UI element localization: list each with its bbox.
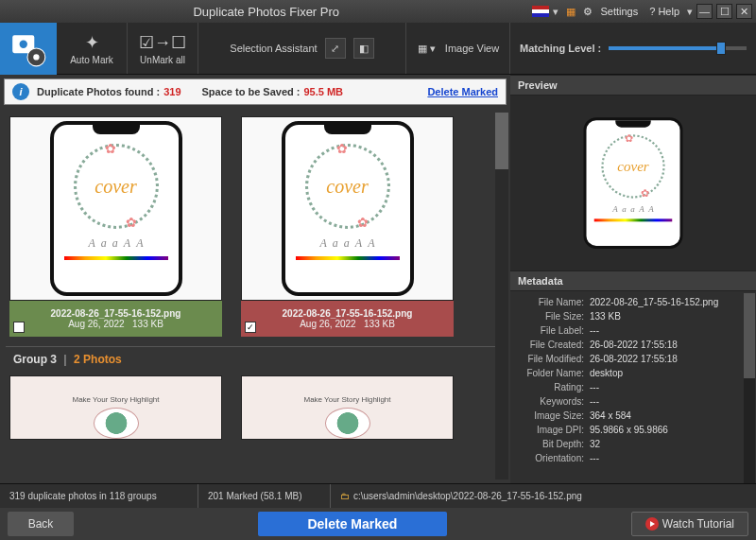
metadata-row: File Label:--- [514, 323, 748, 338]
metadata-list: File Name:2022-08-26_17-55-16-152.pngFil… [510, 291, 756, 483]
info-icon: i [12, 83, 29, 100]
photo-meta: Aug 26, 2022 133 KB [68, 319, 163, 329]
phone-mockup: cover AaaAA [50, 121, 182, 296]
space-value: 95.5 MB [303, 86, 343, 97]
matching-label: Matching Level : [520, 43, 601, 54]
metadata-row: Rating:--- [514, 380, 748, 394]
group-count: 2 Photos [74, 353, 122, 366]
preview-area: cover AaaAA [510, 96, 756, 270]
wreath-graphic: cover [601, 134, 665, 199]
metadata-value: 32 [590, 439, 600, 449]
space-label: Space to be Saved : [202, 86, 301, 97]
selection-label: Selection Assistant [230, 43, 317, 54]
image-view-button[interactable]: ▦ ▾ [417, 38, 438, 59]
status-marked: 201 Marked (58.1 MB) [198, 484, 331, 508]
promo-icon[interactable]: ▦ [566, 6, 576, 18]
checkbox[interactable]: ✓ [245, 322, 256, 333]
unmark-label: UnMark all [140, 55, 185, 65]
status-bar: 319 duplicate photos in 118 groups 201 M… [0, 483, 756, 508]
metadata-key: Image DPI: [514, 425, 590, 435]
preview-phone: cover AaaAA [584, 117, 683, 249]
grid-icon: ▦ ▾ [418, 43, 436, 55]
back-button[interactable]: Back [8, 512, 74, 536]
group-label: Group 3 [13, 353, 57, 366]
language-flag-icon[interactable] [532, 6, 549, 17]
main-content: i Duplicate Photos found : 319 Space to … [0, 75, 756, 483]
checkbox[interactable] [13, 322, 25, 333]
unmark-all-button[interactable]: ☑→☐ UnMark all [128, 23, 198, 74]
photo-caption-duplicate: ✓ 2022-08-26_17-55-16-152.png Aug 26, 20… [241, 301, 454, 337]
metadata-header: Metadata [510, 270, 756, 291]
metadata-row: Orientation:--- [514, 451, 748, 465]
wand-icon: ✦ [85, 32, 99, 53]
metadata-value: 133 KB [590, 311, 621, 322]
metadata-value: 2022-08-26_17-55-16-152.png [590, 297, 718, 307]
cover-text: cover [326, 176, 368, 198]
arrows-icon: ⤢ [331, 43, 339, 55]
delete-marked-button[interactable]: Delete Marked [258, 512, 447, 536]
dropdown-icon[interactable]: ▾ [553, 6, 558, 18]
slider-thumb[interactable] [716, 42, 726, 55]
metadata-row: File Size:133 KB [514, 309, 748, 323]
group-sep: | [63, 353, 66, 366]
info-bar: i Duplicate Photos found : 319 Space to … [4, 78, 507, 105]
help-dropdown-icon[interactable]: ▾ [687, 6, 693, 18]
metadata-value: 364 x 584 [590, 410, 631, 421]
metadata-value: --- [590, 453, 599, 463]
metadata-key: Keywords: [514, 396, 590, 407]
watch-label: Watch Tutorial [662, 517, 734, 531]
phone-notch [93, 125, 140, 134]
metadata-value: --- [590, 382, 599, 392]
metadata-value: --- [590, 396, 599, 407]
scrollbar-thumb[interactable] [744, 293, 755, 378]
photo-thumbnail: cover AaaAA [241, 116, 454, 301]
metadata-key: File Label: [514, 325, 590, 336]
delete-marked-link[interactable]: Delete Marked [427, 86, 498, 97]
photo-filename: 2022-08-26_17-55-16-152.png [283, 308, 413, 319]
status-dupes: 319 duplicate photos in 118 groups [0, 484, 198, 508]
wreath-graphic: cover [74, 144, 159, 229]
photo-group-2: Make Your Story Highlight Make Your Stor… [6, 372, 505, 444]
watch-tutorial-button[interactable]: Watch Tutorial [631, 512, 748, 536]
photo-thumbnail-partial[interactable]: Make Your Story Highlight [9, 375, 222, 440]
found-label: Duplicate Photos found : [37, 86, 160, 97]
photo-thumbnail-partial[interactable]: Make Your Story Highlight [241, 375, 454, 440]
color-bar [594, 218, 673, 221]
color-bar [64, 256, 168, 260]
slider-fill [609, 46, 716, 50]
settings-menu[interactable]: Settings [596, 6, 642, 17]
metadata-row: Image Size:364 x 584 [514, 409, 748, 423]
group-header: Group 3 | 2 Photos [6, 346, 505, 372]
results-scrollbar[interactable] [495, 113, 508, 479]
metadata-value: --- [590, 325, 599, 336]
minimize-button[interactable]: — [696, 4, 713, 19]
metadata-key: Bit Depth: [514, 439, 590, 449]
svg-point-1 [20, 40, 27, 47]
auto-mark-label: Auto Mark [70, 55, 113, 65]
app-title: Duplicate Photos Fixer Pro [4, 5, 528, 19]
help-menu[interactable]: ? Help [645, 6, 683, 17]
metadata-scrollbar[interactable] [744, 293, 755, 483]
cover-text: cover [94, 176, 136, 198]
metadata-value: 26-08-2022 17:55:18 [590, 354, 678, 364]
metadata-value: desktop [590, 368, 623, 378]
photo-card[interactable]: cover AaaAA 2022-08-26_17-55-16-152.png … [9, 116, 222, 337]
image-view-section: ▦ ▾ Image View [406, 23, 510, 74]
metadata-key: Folder Name: [514, 368, 590, 378]
status-path: c:\users\admin\desktop\2022-08-26_17-55-… [353, 491, 582, 501]
metadata-row: File Name:2022-08-26_17-55-16-152.png [514, 295, 748, 309]
app-logo [0, 23, 57, 75]
results-scroll[interactable]: cover AaaAA 2022-08-26_17-55-16-152.png … [0, 109, 510, 483]
select-eraser-button[interactable]: ◧ [353, 38, 374, 59]
auto-mark-button[interactable]: ✦ Auto Mark [57, 23, 128, 74]
photo-caption-original: 2022-08-26_17-55-16-152.png Aug 26, 2022… [9, 301, 222, 337]
metadata-row: Keywords:--- [514, 394, 748, 409]
matching-slider[interactable] [609, 46, 747, 50]
close-button[interactable]: ✕ [736, 4, 752, 19]
select-low-res-button[interactable]: ⤢ [325, 38, 346, 59]
titlebar: Duplicate Photos Fixer Pro ▾ ▦ ⚙ Setting… [0, 0, 756, 23]
scrollbar-thumb[interactable] [495, 113, 508, 169]
photo-card[interactable]: cover AaaAA ✓ 2022-08-26_17-55-16-152.pn… [241, 116, 454, 337]
maximize-button[interactable]: ☐ [716, 4, 732, 19]
story-circle [94, 408, 139, 439]
